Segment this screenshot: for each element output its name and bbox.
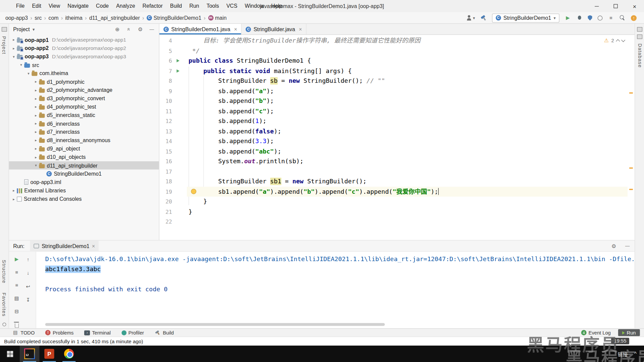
horizontal-scrollbar[interactable] [45, 323, 385, 326]
softwrap-button[interactable] [24, 283, 32, 290]
chevron-collapsed-icon[interactable]: ▸ [11, 46, 17, 50]
breadcrumb-item-itheima[interactable]: itheima [64, 15, 84, 21]
tree-item-d2_polymorphic_advantage[interactable]: ▸d2_polymorphic_advantage [9, 86, 159, 94]
close-icon[interactable]: × [299, 26, 302, 32]
run-line-icon[interactable] [176, 69, 179, 73]
sidebar-item-structure[interactable]: Structure [1, 260, 7, 284]
statusbar-tab-terminal[interactable]: Terminal [84, 330, 111, 336]
sidebar-item-database[interactable]: Database [637, 44, 643, 68]
users-button[interactable]: ▾ [466, 15, 475, 21]
tree-item-d3_polymorphic_convert[interactable]: ▸d3_polymorphic_convert [9, 94, 159, 103]
coverage-button[interactable] [588, 15, 592, 20]
tree-item-d11_api_stringbuilder[interactable]: ▾d11_api_stringbuilder [9, 161, 159, 170]
tree-item-d5_innerclass_static[interactable]: ▸d5_innerclass_static [9, 111, 159, 119]
tab-StringBuilder.java[interactable]: StringBuilder.java× [241, 24, 306, 35]
statusbar-tab-build[interactable]: Build [155, 329, 174, 336]
rerun-button[interactable] [13, 256, 20, 263]
tree-item-oop-app3.iml[interactable]: oop-app3.iml [9, 178, 159, 186]
tool-window-icon[interactable] [2, 27, 7, 32]
sidebar-item-project[interactable]: Project [1, 36, 7, 54]
chevron-collapsed-icon[interactable]: ▸ [33, 146, 39, 150]
minimize-button[interactable] [587, 0, 606, 12]
print-button[interactable] [13, 308, 20, 315]
event-log-button[interactable]: 4 Event Log [581, 330, 611, 336]
tree-item-d9_api_object[interactable]: ▸d9_api_object [9, 144, 159, 153]
breadcrumb-item-src[interactable]: src [34, 15, 43, 21]
profiler-button[interactable] [598, 15, 603, 20]
menu-item-refactor[interactable]: Refactor [139, 0, 166, 12]
stop-button[interactable] [13, 269, 20, 276]
settings-button[interactable] [137, 26, 143, 32]
chevron-collapsed-icon[interactable]: ▸ [11, 188, 17, 192]
taskbar-powerpoint-button[interactable] [40, 346, 59, 362]
close-icon[interactable]: × [92, 243, 95, 249]
breadcrumb-item-stringbuilderdemo1[interactable]: StringBuilderDemo1 [145, 15, 203, 21]
tree-item-d6_innerclass[interactable]: ▸d6_innerclass [9, 119, 159, 128]
menu-item-run[interactable]: Run [185, 0, 203, 12]
chevron-expanded-icon[interactable]: ▾ [33, 163, 39, 167]
prev-warning-button[interactable] [616, 39, 620, 43]
collapse-button[interactable] [126, 26, 132, 32]
tree-item-d1_polymorphic[interactable]: ▸d1_polymorphic [9, 77, 159, 86]
warning-stripe-mark[interactable] [629, 189, 633, 190]
menu-item-navigate[interactable]: Navigate [64, 0, 92, 12]
breadcrumb-item-main[interactable]: main [207, 15, 228, 21]
menu-item-analyze[interactable]: Analyze [112, 0, 139, 12]
tray-chevron-icon[interactable]: ^ [634, 351, 637, 357]
folder-icon[interactable] [637, 35, 642, 39]
run-button[interactable] [565, 15, 571, 21]
tree-item-oop-app2[interactable]: ▸oop-app2D:\code\javasepromax\oop-app2 [9, 44, 159, 52]
tree-item-Scratches and Consoles[interactable]: ▸Scratches and Consoles [9, 195, 159, 203]
chevron-expanded-icon[interactable]: ▾ [18, 63, 24, 67]
run-panel-settings-button[interactable] [611, 243, 617, 249]
run-panel-hide-button[interactable] [624, 243, 630, 249]
code-area[interactable]: 4 目标: 学会使用StringBuilder操作字符串, 最终还需要知道它性能… [159, 35, 628, 240]
tree-item-d10_api_objects[interactable]: ▸d10_api_objects [9, 153, 159, 161]
pin-icon[interactable] [2, 322, 6, 326]
close-icon[interactable]: × [234, 26, 237, 32]
taskbar-chrome-button[interactable] [59, 346, 79, 362]
tree-item-d8_innerclass_anonymous[interactable]: ▸d8_innerclass_anonymous [9, 136, 159, 144]
scrollend-button[interactable] [24, 296, 32, 304]
menu-item-build[interactable]: Build [166, 0, 185, 12]
tree-item-com.itheima[interactable]: ▾com.itheima [9, 69, 159, 77]
chevron-collapsed-icon[interactable]: ▸ [11, 197, 17, 201]
dump-button[interactable] [13, 282, 20, 289]
run-tab[interactable]: StringBuilderDemo1 × [30, 241, 99, 251]
breadcrumb-item-d11_api_stringbuilder[interactable]: d11_api_stringbuilder [88, 15, 141, 21]
menu-item-file[interactable]: File [12, 0, 29, 12]
warning-stripe-mark[interactable] [629, 168, 633, 169]
chevron-collapsed-icon[interactable]: ▸ [33, 105, 39, 109]
hide-button[interactable] [149, 26, 155, 32]
tray-link-label[interactable]: 链接 [618, 350, 628, 357]
chevron-collapsed-icon[interactable]: ▸ [33, 122, 39, 126]
tree-item-StringBuilderDemo1[interactable]: StringBuilderDemo1 [9, 170, 159, 178]
search-button[interactable] [620, 15, 626, 21]
tree-item-d4_polymorphic_test[interactable]: ▸d4_polymorphic_test [9, 103, 159, 111]
up-button[interactable] [24, 256, 32, 263]
chevron-collapsed-icon[interactable]: ▸ [33, 130, 39, 134]
tree-item-External Libraries[interactable]: ▸External Libraries [9, 186, 159, 195]
chevron-collapsed-icon[interactable]: ▸ [33, 88, 39, 92]
next-warning-button[interactable] [621, 38, 625, 42]
menu-item-code[interactable]: Code [92, 0, 112, 12]
menu-item-edit[interactable]: Edit [28, 0, 45, 12]
taskbar-idea-button[interactable] [20, 346, 40, 362]
update-button[interactable] [631, 15, 637, 21]
menu-item-window[interactable]: Window [241, 0, 268, 12]
tree-item-oop-app3[interactable]: ▾oop-app3D:\code\javasepromax\oop-app3 [9, 52, 159, 61]
chevron-expanded-icon[interactable]: ▾ [11, 55, 17, 59]
statusbar-tab-problems[interactable]: Problems [45, 330, 73, 336]
trash-button[interactable] [13, 321, 20, 328]
maximize-button[interactable] [606, 0, 625, 12]
stop-button[interactable] [608, 15, 614, 21]
menu-item-help[interactable]: Help [267, 0, 286, 12]
run-config-select[interactable]: StringBuilderDemo1 ▾ [492, 13, 559, 22]
run-line-icon[interactable] [176, 59, 179, 63]
layout-button[interactable] [13, 295, 20, 302]
statusbar-tab-todo[interactable]: TODO [12, 329, 35, 336]
chevron-collapsed-icon[interactable]: ▸ [33, 97, 39, 101]
menu-item-tools[interactable]: Tools [203, 0, 223, 12]
chevron-collapsed-icon[interactable]: ▸ [33, 155, 39, 159]
intention-bulb-icon[interactable] [191, 189, 196, 194]
